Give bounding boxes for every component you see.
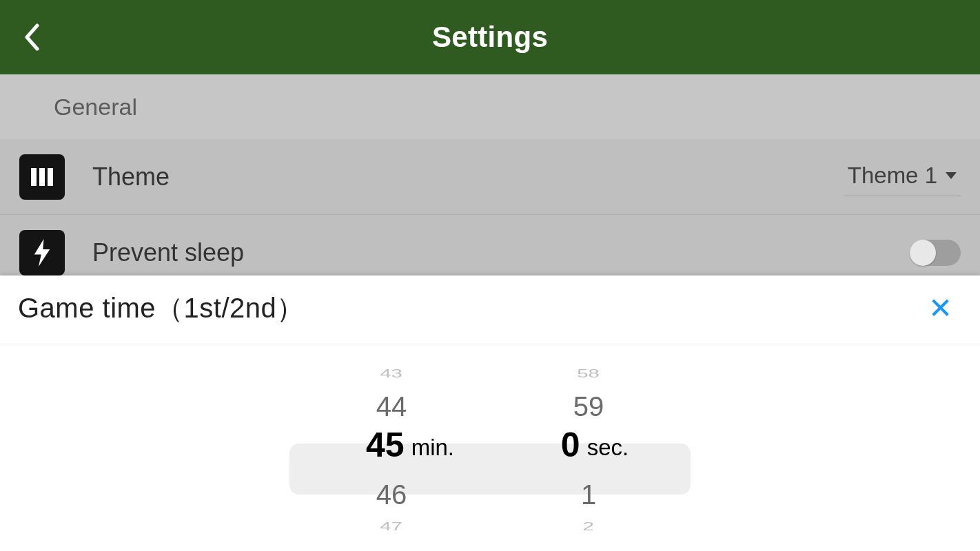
chevron-left-icon xyxy=(23,23,41,51)
picker-item: 46 xyxy=(376,476,407,513)
bolt-icon xyxy=(19,230,65,276)
picker-selected-seconds: 0 sec. xyxy=(549,425,629,476)
prevent-sleep-toggle[interactable] xyxy=(910,240,961,266)
picker-item: 2 xyxy=(583,519,594,535)
toggle-knob xyxy=(910,240,936,266)
svg-rect-2 xyxy=(48,168,53,186)
svg-marker-3 xyxy=(34,239,50,267)
picker-column-seconds[interactable]: 58 59 0 sec. 1 2 xyxy=(496,360,682,541)
picker-selected-value: 0 xyxy=(561,425,580,465)
caret-down-icon xyxy=(946,172,957,179)
picker-item: 44 xyxy=(376,388,407,425)
picker-selected-minutes: 45 min. xyxy=(329,425,454,476)
sheet-header: Game time（1st/2nd） ✕ xyxy=(0,276,980,344)
section-header-general: General xyxy=(0,74,980,139)
svg-rect-1 xyxy=(39,168,45,186)
picker-unit-label: sec. xyxy=(587,435,629,461)
picker-unit-label: min. xyxy=(411,435,454,461)
row-label: Theme xyxy=(92,163,844,191)
app-header: Settings xyxy=(0,0,980,74)
settings-row-theme[interactable]: Theme Theme 1 xyxy=(0,139,980,215)
theme-dropdown-value: Theme 1 xyxy=(848,163,937,189)
picker-item: 47 xyxy=(380,519,403,535)
picker-selected-value: 45 xyxy=(366,425,405,465)
svg-rect-0 xyxy=(31,168,37,186)
duration-picker[interactable]: 43 44 45 min. 46 47 58 59 0 sec. 1 2 xyxy=(0,344,980,551)
page-title: Settings xyxy=(432,21,548,54)
picker-item: 43 xyxy=(380,366,403,382)
picker-item: 58 xyxy=(578,366,600,382)
picker-item: 59 xyxy=(573,388,604,425)
game-time-sheet: Game time（1st/2nd） ✕ 43 44 45 min. 46 47… xyxy=(0,276,980,551)
picker-item: 1 xyxy=(581,476,596,513)
row-label: Prevent sleep xyxy=(92,238,910,267)
close-button[interactable]: ✕ xyxy=(923,291,958,326)
theme-dropdown[interactable]: Theme 1 xyxy=(844,157,961,196)
picker-column-minutes[interactable]: 43 44 45 min. 46 47 xyxy=(298,360,484,541)
settings-list: General Theme Theme 1 Prevent sleep xyxy=(0,74,980,291)
back-button[interactable] xyxy=(17,22,47,52)
columns-icon xyxy=(19,154,65,200)
sheet-title: Game time（1st/2nd） xyxy=(18,289,305,327)
